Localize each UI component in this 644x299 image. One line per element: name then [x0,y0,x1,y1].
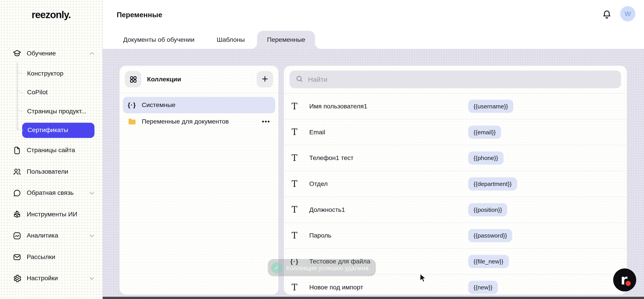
gear-icon [12,274,22,283]
sidebar-item-settings[interactable]: Настройки [0,268,102,289]
sidebar: reezonly. Обучение Конструктор C [0,0,103,299]
tab-templates[interactable]: Шаблоны [207,31,255,49]
variable-row[interactable]: T Телефон1 тест {{phone}} [284,145,627,171]
sidebar-item-analytics[interactable]: Аналитика [0,225,102,247]
collections-list: {·} Системные Переменные для документов … [120,93,278,133]
text-icon: T [290,154,300,162]
variable-row[interactable]: T Пароль {{password}} [284,223,627,249]
text-icon: T [290,102,300,111]
variable-row[interactable]: T Новое под импорт {{new}} [284,275,627,295]
variable-token-badge: {{username}} [468,100,514,113]
collections-panel: Коллекции + {·} Системные Переменные д [120,66,278,295]
notifications-bell-icon[interactable] [602,9,612,20]
variable-token-badge: {{file_new}} [468,255,509,268]
collection-system[interactable]: {·} Системные [123,97,275,113]
search-bar-wrap [284,66,627,94]
variable-icon: {·} [128,101,138,109]
variable-label: Телефон1 тест [309,154,354,162]
collection-document-variables[interactable]: Переменные для документов ••• [123,113,275,130]
chevron-down-icon [89,233,95,239]
variable-token-badge: {{new}} [468,281,498,294]
sidebar-item-ai-tools[interactable]: Инструменты ИИ [0,204,102,225]
add-collection-button[interactable]: + [257,71,273,87]
collections-title: Коллекции [147,75,181,83]
bottom-scrollbar[interactable] [103,297,644,299]
sidebar-item-certificates[interactable]: Сертификаты [0,121,102,139]
variable-row[interactable]: T Email {{email}} [284,119,627,145]
widget-letter: r [620,272,628,288]
users-icon [12,167,22,176]
variable-label: Пароль [309,232,332,239]
check-icon: ✓ [271,262,282,273]
search-input[interactable] [308,75,616,83]
tab-variables[interactable]: Переменные [257,31,315,49]
variable-label: Email [309,128,325,136]
variable-token-badge: {{email}} [468,126,501,139]
search-icon [296,74,304,84]
variable-label: Должность1 [309,206,345,213]
variable-label: Имя пользователя1 [309,103,367,110]
text-icon: T [290,128,300,137]
sidebar-item-mailings[interactable]: Рассылки [0,246,102,268]
variable-token-badge: {{department}} [468,177,517,190]
folder-icon [128,118,138,125]
text-icon: T [290,231,300,240]
sidebar-item-site-pages[interactable]: Страницы сайта [0,139,102,161]
variable-row[interactable]: T Имя пользователя1 {{username}} [284,94,627,120]
text-icon: T [290,283,300,292]
search-bar[interactable] [290,71,621,88]
sidebar-item-training[interactable]: Обучение [0,43,102,64]
variable-token-badge: {{phone}} [468,152,503,165]
analytics-icon [12,231,22,240]
more-icon[interactable]: ••• [262,118,270,125]
collections-grid-icon [125,71,141,87]
variable-label: Отдел [309,180,328,188]
brand-logo: reezonly. [0,0,102,29]
variable-label: Новое под импорт [309,284,363,291]
sidebar-item-users[interactable]: Пользователи [0,161,102,182]
chat-icon [12,188,22,198]
chevron-down-icon [89,275,95,282]
variable-row[interactable]: T Отдел {{department}} [284,171,627,197]
toast-notification: ✓ Коллекция успешно удалена [268,259,376,276]
reezonly-r-icon: r [613,268,636,292]
mail-icon [12,252,22,262]
ai-box-icon [12,210,22,219]
collections-header: Коллекции + [120,66,278,93]
graduation-cap-icon [12,49,22,58]
mouse-cursor-icon [420,273,428,285]
reezonly-widget-button[interactable]: r [613,268,636,292]
variable-token-badge: {{position}} [468,203,507,216]
document-icon [12,145,22,155]
content-area: Коллекции + {·} Системные Переменные д [103,49,644,297]
main-header: Переменные W [103,0,644,29]
text-icon: T [290,205,300,214]
chevron-down-icon [89,190,95,196]
plus-icon: + [262,73,268,84]
app-window: reezonly. Обучение Конструктор C [0,0,644,299]
text-icon: T [290,180,300,188]
sidebar-item-constructor[interactable]: Конструктор [0,64,102,83]
avatar[interactable]: W [620,6,635,21]
tab-bar: Документы об обучении Шаблоны Переменные [103,29,644,49]
toast-message: Коллекция успешно удалена [286,264,368,271]
variable-row[interactable]: T Должность1 {{position}} [284,197,627,223]
variable-token-badge: {{password}} [468,229,512,242]
sidebar-item-feedback[interactable]: Обратная связь [0,182,102,204]
sidebar-nav: Обучение Конструктор CoPilot [0,43,102,289]
tab-training-documents[interactable]: Документы об обучении [113,31,204,49]
chevron-up-icon [89,50,95,56]
sidebar-item-copilot[interactable]: CoPilot [0,83,102,102]
page-title: Переменные [117,11,162,19]
sidebar-item-product-pages[interactable]: Страницы продукт... [0,102,102,121]
